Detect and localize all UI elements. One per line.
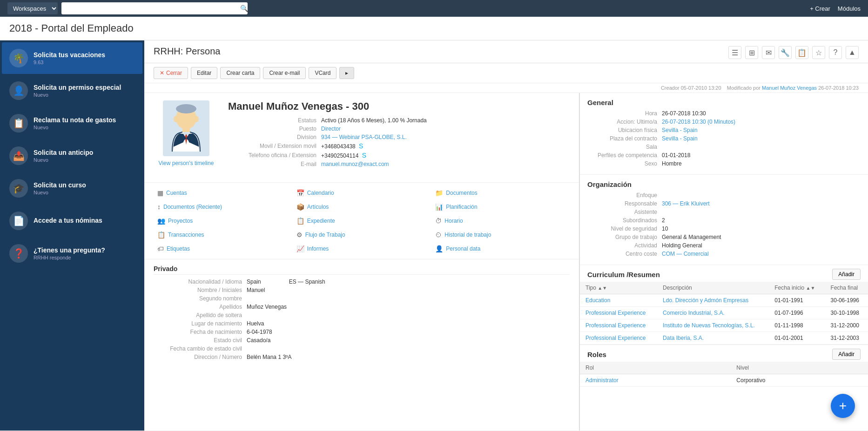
person-name: Manuel Muñoz Venegas - 300	[228, 100, 570, 113]
crear-email-button[interactable]: Crear e-mail	[263, 67, 306, 79]
nav-articulos[interactable]: 📦 Artículos	[293, 200, 431, 213]
plaza-link[interactable]: Sevilla - Spain	[662, 135, 698, 142]
close-button[interactable]: ✕ Cerrar	[154, 67, 188, 79]
col-tipo[interactable]: Tipo ▲▼	[580, 282, 657, 294]
privado-direccion: Direccion / Número Belén Mana 1 3ºA	[154, 354, 570, 360]
more-actions-button[interactable]: ▸	[339, 67, 354, 79]
col-descripcion[interactable]: Descripción	[657, 282, 769, 294]
gen-ubicacion: Ubicacion física Sevilla - Spain	[587, 127, 861, 133]
puesto-link[interactable]: Director	[321, 126, 341, 132]
toolbar-help-icon[interactable]: ?	[829, 46, 842, 59]
toolbar-up-icon[interactable]: ▲	[846, 46, 859, 59]
privado-segundo: Segundo nombre	[154, 295, 570, 302]
sidebar-item-gastos[interactable]: 📋 Reclama tu nota de gastos Nuevo	[2, 107, 142, 139]
nav-informes[interactable]: 📈 Informes	[293, 242, 431, 255]
sidebar-item-vacaciones[interactable]: 🌴 Solicita tus vacaciones 9.63	[2, 42, 142, 74]
field-division: Division 934 — Webinar PSA-GLOBE, S.L.	[228, 134, 570, 140]
create-button[interactable]: + Crear	[810, 5, 830, 12]
tipo-link[interactable]: Professional Experience	[585, 310, 646, 316]
ubicacion-link[interactable]: Sevilla - Spain	[662, 127, 698, 133]
sort-icon-tipo: ▲▼	[598, 285, 607, 291]
table-row: Professional Experience Comercio Industr…	[580, 307, 868, 319]
toolbar-clipboard-icon[interactable]: 📋	[795, 46, 808, 59]
curriculum-header: Curriculum /Resumen Añadir	[580, 265, 868, 282]
crear-carta-button[interactable]: Crear carta	[220, 67, 260, 79]
nav-label: Cuentas	[166, 190, 187, 196]
desc-link[interactable]: Comercio Industrial, S.A.	[663, 310, 725, 316]
gen-sala: Sala	[587, 144, 861, 150]
nav-label: Etiquetas	[167, 245, 190, 252]
nav-proyectos[interactable]: 👥 Proyectos	[154, 214, 292, 227]
nav-planificacion[interactable]: 📊 Planificación	[431, 200, 570, 213]
toolbar-star-icon[interactable]: ☆	[812, 46, 825, 59]
sidebar-item-title: Solicita un anticipo	[34, 149, 93, 156]
nav-expediente[interactable]: 📋 Expediente	[293, 214, 431, 227]
nav-documentos-reciente[interactable]: ↕ Documentos (Reciente)	[154, 200, 292, 213]
modules-button[interactable]: Módulos	[838, 5, 861, 12]
workspace-select[interactable]: Workspaces	[7, 2, 58, 14]
col-fecha-final[interactable]: Fecha final	[825, 282, 868, 294]
toolbar-list-icon[interactable]: ☰	[728, 46, 741, 59]
org-subordinados: Subordinados 2	[587, 217, 861, 224]
sidebar-item-anticipo[interactable]: 📤 Solicita un anticipo Nuevo	[2, 140, 142, 172]
table-row: Administrator Corporativo	[580, 374, 868, 387]
col-rol[interactable]: Rol	[580, 362, 731, 374]
rol-link[interactable]: Administrator	[585, 377, 619, 384]
vcard-button[interactable]: VCard	[309, 67, 336, 79]
person-detail: View person's timeline Manuel Muñoz Vene…	[144, 93, 579, 183]
privado-nombre: Nombre / Iniciales Manuel	[154, 287, 570, 293]
nav-cuentas[interactable]: ▦ Cuentas	[154, 186, 292, 199]
modified-user-link[interactable]: Manuel Muñoz Venegas	[762, 85, 817, 91]
tipo-link[interactable]: Professional Experience	[585, 335, 646, 341]
nav-links: ▦ Cuentas 📅 Calendario 📁 Documentos ↕ Do…	[144, 183, 579, 259]
tipo-link[interactable]: Professional Experience	[585, 322, 646, 329]
nav-etiquetas[interactable]: 🏷 Etiquetas	[154, 242, 292, 255]
nav-horario[interactable]: ⏱ Horario	[431, 214, 570, 227]
nav-personal-data[interactable]: 👤 Personal data	[431, 242, 570, 255]
responsable-link[interactable]: 306 — Erik Kluivert	[662, 200, 710, 207]
col-fecha-inicio[interactable]: Fecha inicio ▲▼	[769, 282, 825, 294]
nav-label: Historial de trabajo	[444, 232, 491, 238]
nav-label: Documentos	[446, 190, 477, 196]
svg-point-2	[176, 104, 196, 113]
toolbar-grid-icon[interactable]: ⊞	[745, 46, 758, 59]
sidebar-item-nominas[interactable]: 📄 Accede a tus nóminas	[2, 205, 142, 237]
privado-lugar: Lugar de nacimiento Huelva	[154, 320, 570, 327]
edit-button[interactable]: Editar	[191, 67, 217, 79]
gastos-icon: 📋	[9, 114, 28, 133]
nav-label: Expediente	[307, 218, 335, 224]
sidebar-item-curso[interactable]: 🎓 Solicita un curso Nuevo	[2, 172, 142, 204]
roles-add-button[interactable]: Añadir	[832, 349, 861, 360]
nav-flujo-trabajo[interactable]: ⚙ Flujo de Trabajo	[293, 228, 431, 241]
table-row: Professional Experience Instituto de Nue…	[580, 319, 868, 332]
curriculum-add-button[interactable]: Añadir	[832, 269, 861, 280]
org-enfoque: Enfoque	[587, 192, 861, 199]
field-email: E-mail manuel.munoz@exact.com	[228, 161, 570, 167]
desc-link[interactable]: Data Iberia, S.A.	[663, 335, 704, 341]
timeline-link[interactable]: View person's timeline	[159, 160, 214, 166]
toolbar-wrench-icon[interactable]: 🔧	[779, 46, 792, 59]
toolbar-mail-icon[interactable]: ✉	[762, 46, 775, 59]
sidebar-item-permiso[interactable]: 👤 Solicita un permiso especial Nuevo	[2, 75, 142, 106]
sidebar-item-title: Accede a tus nóminas	[34, 217, 102, 224]
division-link[interactable]: 934 — Webinar PSA-GLOBE, S.L.	[321, 134, 407, 140]
tipo-link[interactable]: Education	[585, 297, 610, 304]
cuentas-icon: ▦	[157, 189, 163, 197]
fab-button[interactable]: +	[831, 394, 855, 418]
svg-point-3	[174, 116, 178, 122]
accion-link[interactable]: 26-07-2018 10:30 (0 Minutos)	[662, 119, 735, 125]
desc-link[interactable]: Instituto de Nuevas Tecnologías, S.L.	[663, 322, 755, 329]
nav-historial[interactable]: ⏲ Historial de trabajo	[431, 228, 570, 241]
email-link[interactable]: manuel.munoz@exact.com	[321, 161, 389, 167]
sidebar-item-pregunta[interactable]: ❓ ¿Tienes una pregunta? RRHH responde	[2, 238, 142, 269]
articulos-icon: 📦	[296, 203, 304, 211]
search-input[interactable]	[61, 2, 248, 14]
nav-documentos[interactable]: 📁 Documentos	[431, 186, 570, 199]
desc-link[interactable]: Ldo. Dirección y Admón Empresas	[663, 297, 748, 304]
centro-link[interactable]: COM — Comercial	[662, 251, 709, 257]
nav-calendario[interactable]: 📅 Calendario	[293, 186, 431, 199]
nav-transacciones[interactable]: 📋 Transacciones	[154, 228, 292, 241]
col-nivel[interactable]: Nivel	[731, 362, 868, 374]
nav-label: Documentos (Reciente)	[163, 204, 222, 210]
roles-header-row: Rol Nivel	[580, 362, 868, 374]
